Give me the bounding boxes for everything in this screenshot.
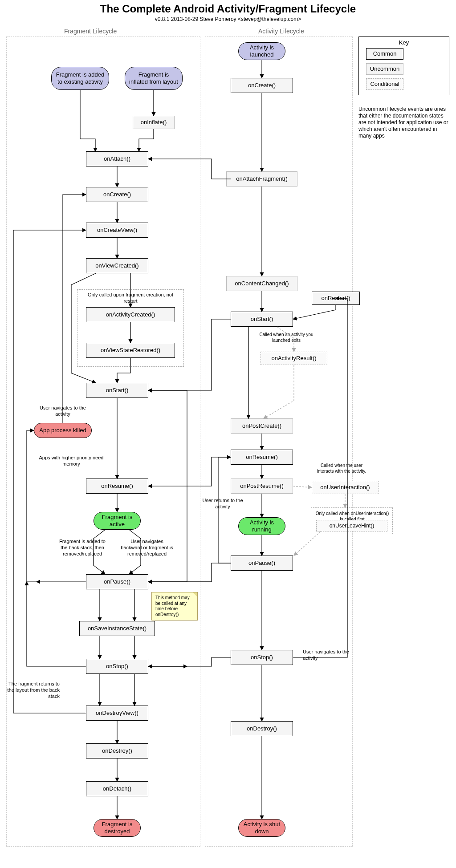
activity-region-label: Activity Lifecycle: [258, 28, 304, 35]
key-title: Key: [358, 39, 449, 46]
frag-backstack-note: The fragment returns to the layout from …: [6, 681, 60, 699]
frag-onInflate: onInflate(): [133, 116, 175, 129]
act-onStop: onStop(): [231, 650, 293, 665]
frag-onResume: onResume(): [86, 479, 148, 494]
key-note: Uncommon lifecycle events are ones that …: [358, 106, 449, 139]
act-onDestroy: onDestroy(): [231, 721, 293, 736]
frag-pause-right: User navigates backward or fragment is r…: [120, 539, 174, 557]
key-common: Common: [366, 48, 403, 60]
act-onActivityResult: onActivityResult(): [261, 352, 327, 365]
act-onStart: onStart(): [231, 312, 293, 327]
act-onCreate: onCreate(): [231, 78, 293, 93]
page-title: The Complete Android Activity/Fragment L…: [0, 3, 456, 15]
frag-active: Fragment is active: [94, 512, 141, 530]
frag-onStart: onStart(): [86, 383, 148, 398]
frag-killed: App process killed: [34, 423, 92, 438]
act-onRestart: onRestart(): [312, 292, 360, 305]
fragment-region-label: Fragment Lifecycle: [64, 28, 117, 35]
frag-save-note: This method may be called at any time be…: [151, 592, 198, 621]
act-onUserLeaveHint: onUserLeaveHint(): [316, 520, 387, 531]
frag-inflated: Fragment is inflated from layout: [125, 67, 183, 90]
frag-onSave: onSaveInstanceState(): [79, 621, 155, 636]
act-result-note: Called when an activity you launched exi…: [253, 332, 320, 343]
act-onContentChanged: onContentChanged(): [226, 276, 297, 291]
frag-need-memory: Apps with higher priority need memory: [31, 455, 111, 467]
act-onResume: onResume(): [231, 450, 293, 465]
frag-nav-to-activity: User navigates to the activity: [38, 405, 87, 418]
act-launched: Activity is launched: [238, 42, 285, 60]
act-ui-note: Called when the user interacts with the …: [313, 463, 370, 474]
act-onUserInteraction: onUserInteraction(): [312, 481, 379, 494]
frag-onCreate: onCreate(): [86, 187, 148, 202]
key-conditional: Conditional: [366, 78, 403, 90]
page-subtitle: v0.8.1 2013-08-29 Steve Pomeroy <stevep@…: [0, 16, 456, 22]
act-stop-nav: User navigates to the activity: [303, 649, 352, 661]
frag-onDetach: onDetach(): [86, 781, 148, 796]
act-onPostResume: onPostResume(): [231, 479, 293, 494]
frag-onStop: onStop(): [86, 659, 148, 674]
frag-onDestroyView: onDestroyView(): [86, 706, 148, 721]
act-onPause: onPause(): [231, 556, 293, 571]
frag-creation-note: Only called upon fragment creation, not …: [86, 292, 175, 304]
act-shutdown: Activity is shut down: [238, 819, 285, 837]
frag-onAttach: onAttach(): [86, 151, 148, 166]
act-onAttachFragment: onAttachFragment(): [226, 171, 297, 187]
frag-added: Fragment is added to existing activity: [51, 67, 109, 90]
frag-onDestroy: onDestroy(): [86, 743, 148, 758]
frag-pause-left: Fragment is added to the back stack, the…: [58, 539, 107, 557]
frag-onViewCreated: onViewCreated(): [86, 258, 148, 273]
frag-onPause: onPause(): [86, 574, 148, 589]
key-uncommon: Uncommon: [366, 63, 403, 75]
frag-onCreateView: onCreateView(): [86, 223, 148, 238]
frag-onViewStateRestored: onViewStateRestored(): [86, 343, 175, 358]
frag-destroyed: Fragment is destroyed: [94, 819, 141, 837]
lifecycle-diagram: The Complete Android Activity/Fragment L…: [0, 0, 456, 868]
act-running: Activity is running: [238, 517, 285, 535]
act-onPostCreate: onPostCreate(): [231, 418, 293, 434]
frag-onActivityCreated: onActivityCreated(): [86, 307, 175, 322]
act-user-returns: User returns to the activity: [201, 498, 244, 510]
